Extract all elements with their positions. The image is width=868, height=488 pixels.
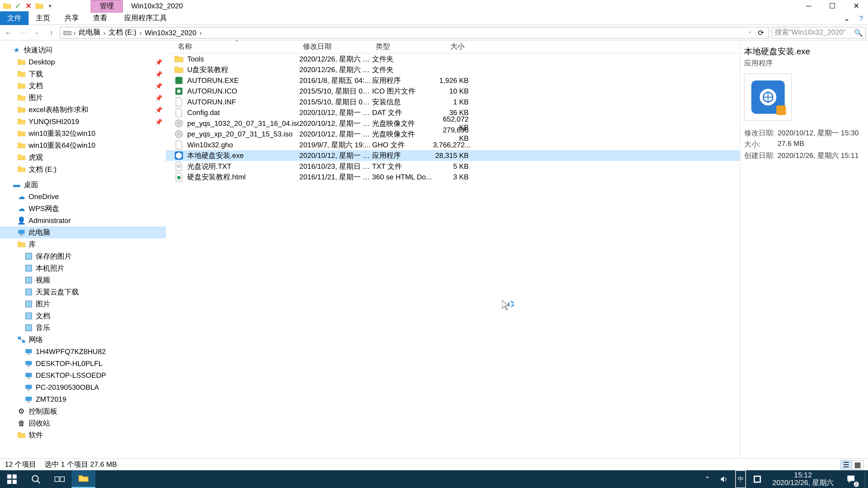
tree-item[interactable]: ☁OneDrive — [0, 191, 166, 203]
refresh-icon[interactable]: ⟳ — [755, 28, 766, 37]
volume-icon[interactable] — [717, 470, 731, 488]
column-size[interactable]: 大小 — [433, 42, 469, 52]
help-icon[interactable]: ? — [854, 14, 868, 22]
tree-quick-item[interactable]: win10重装64位win10 — [0, 139, 166, 151]
chevron-right-icon[interactable]: › — [198, 28, 203, 37]
file-row[interactable]: AUTORUN.EXE2016/1/8, 星期五 04:...应用程序1,926… — [166, 75, 740, 86]
tree-item[interactable]: 库 — [0, 238, 166, 250]
search-icon[interactable]: 🔍 — [854, 28, 863, 37]
chevron-right-icon[interactable]: › — [102, 28, 107, 37]
tree-item[interactable]: ☁WPS网盘 — [0, 203, 166, 215]
breadcrumb[interactable]: › 此电脑 › 文档 (E:) › Win10x32_2020 › ⌄ ⟳ — [60, 26, 769, 38]
show-desktop-button[interactable] — [865, 470, 868, 488]
view-details-button[interactable]: ☰ — [840, 460, 852, 469]
new-folder-icon[interactable] — [35, 1, 44, 11]
addr-dropdown-icon[interactable]: ⌄ — [745, 28, 754, 37]
notification-center-icon[interactable]: 2 — [842, 470, 860, 488]
nav-back-button[interactable]: ← — [2, 26, 14, 38]
tree-quick-item[interactable]: 图片📌 — [0, 92, 166, 104]
tree-library-item[interactable]: 音乐 — [0, 322, 166, 334]
tree-network-item[interactable]: ZMT2019 — [0, 393, 166, 405]
close-red-icon[interactable]: ✕ — [24, 1, 33, 11]
file-row[interactable]: AUTORUN.ICO2015/5/10, 星期日 02...ICO 图片文件1… — [166, 86, 740, 96]
tree-library-item[interactable]: 保存的图片 — [0, 250, 166, 262]
file-row[interactable]: 硬盘安装教程.html2016/11/21, 星期一 2...360 se HT… — [166, 172, 740, 182]
tree-item[interactable]: ⚙控制面板 — [0, 405, 166, 417]
start-button[interactable] — [0, 470, 24, 488]
file-row[interactable]: pe_yqs_xp_20_07_31_15_53.iso2020/10/12, … — [166, 129, 740, 139]
tree-library-item[interactable]: 视频 — [0, 274, 166, 286]
tree-item[interactable]: 软件 — [0, 429, 166, 441]
drive-icon — [63, 28, 72, 37]
tree-item[interactable]: 👤Administrator — [0, 215, 166, 227]
file-row[interactable]: 光盘说明.TXT2016/10/23, 星期日 0...TXT 文件5 KB — [166, 161, 740, 171]
column-name[interactable]: 名称 — [166, 42, 299, 52]
star-icon: ★ — [12, 45, 22, 55]
tree-item[interactable]: 🗑回收站 — [0, 417, 166, 429]
svg-rect-4 — [26, 265, 32, 271]
close-button[interactable]: ✕ — [844, 0, 868, 12]
tree-network-item[interactable]: DESKTOP-LSSOEDP — [0, 369, 166, 382]
taskbar-search-button[interactable] — [24, 470, 48, 488]
column-date[interactable]: 修改日期 — [299, 42, 372, 52]
tree-library-item[interactable]: 本机照片 — [0, 262, 166, 274]
ribbon-tab-home[interactable]: 主页 — [29, 11, 57, 25]
ribbon-tab-share[interactable]: 共享 — [57, 11, 86, 25]
nav-forward-button[interactable]: → — [17, 26, 29, 38]
tree-network-item[interactable]: DESKTOP-HL0PLFL — [0, 358, 166, 369]
statusbar: 12 个项目 选中 1 个项目 27.6 MB ☰ ▦ — [0, 458, 868, 470]
qat-dropdown-icon[interactable]: ▼ — [45, 1, 55, 11]
taskbar-explorer-button[interactable] — [72, 470, 96, 488]
crumb-thispc[interactable]: 此电脑 — [77, 27, 102, 37]
chevron-right-icon[interactable]: › — [138, 28, 143, 37]
crumb-folder[interactable]: Win10x32_2020 — [143, 28, 198, 37]
tree-quick-item[interactable]: 文档 (E:) — [0, 163, 166, 175]
crumb-drive[interactable]: 文档 (E:) — [107, 27, 138, 37]
tray-overflow-icon[interactable]: ⌃ — [702, 470, 713, 488]
contextual-tab-manage[interactable]: 管理 — [91, 0, 123, 12]
tree-quick-item[interactable]: 文档📌 — [0, 80, 166, 92]
task-view-button[interactable] — [48, 470, 72, 488]
tree-quick-item[interactable]: excel表格制作求和📌 — [0, 104, 166, 116]
ribbon-expand-icon[interactable]: ⌄ — [839, 14, 854, 22]
tree-quick-access[interactable]: ★ 快速访问 — [0, 44, 166, 56]
tree-quick-item[interactable]: YUNQISHI2019📌 — [0, 116, 166, 128]
tree-quick-item[interactable]: Desktop📌 — [0, 56, 166, 68]
file-row[interactable]: U盘安装教程2020/12/26, 星期六 1...文件夹 — [166, 64, 740, 75]
minimize-button[interactable]: ─ — [797, 0, 820, 12]
ribbon-tab-apptools[interactable]: 应用程序工具 — [117, 11, 174, 25]
tree-network-item[interactable]: PC-20190530OBLA — [0, 381, 166, 393]
search-input[interactable]: 搜索"Win10x32_2020" 🔍 — [772, 26, 866, 38]
ribbon-tab-file[interactable]: 文件 — [0, 11, 29, 25]
maximize-button[interactable]: ☐ — [820, 0, 844, 12]
file-row[interactable]: Win10x32.gho2019/9/7, 星期六 19:...GHO 文件3,… — [166, 139, 740, 150]
properties-icon[interactable]: ✓ — [13, 1, 23, 11]
pin-icon: 📌 — [155, 59, 162, 65]
ime-indicator[interactable]: 中 — [735, 470, 746, 488]
tree-desktop-root[interactable]: ▬ 桌面 — [0, 179, 166, 191]
taskbar-clock[interactable]: 15:12 2020/12/26, 星期六 — [769, 471, 837, 487]
chevron-right-icon[interactable]: › — [72, 28, 77, 37]
navigation-pane[interactable]: ★ 快速访问 Desktop📌下载📌文档📌图片📌excel表格制作求和📌YUNQ… — [0, 40, 166, 458]
file-row[interactable]: AUTORUN.INF2015/5/10, 星期日 02...安装信息1 KB — [166, 96, 740, 107]
tree-library-item[interactable]: 图片 — [0, 298, 166, 310]
folder-icon — [17, 117, 26, 126]
column-type[interactable]: 类型 — [372, 42, 433, 52]
file-row[interactable]: 本地硬盘安装.exe2020/10/12, 星期一 1...应用程序28,315… — [166, 150, 740, 161]
tree-library-item[interactable]: 天翼云盘下载 — [0, 286, 166, 298]
view-large-button[interactable]: ▦ — [851, 460, 864, 469]
ime-mode-icon[interactable] — [751, 470, 764, 488]
tree-item[interactable]: 此电脑 — [0, 226, 166, 238]
tree-quick-item[interactable]: 下载📌 — [0, 68, 166, 80]
tree-item[interactable]: 网络 — [0, 334, 166, 346]
nav-recent-icon[interactable]: ⌄ — [31, 26, 43, 38]
tree-library-item[interactable]: 文档 — [0, 310, 166, 322]
tree-quick-item[interactable]: 虎观 — [0, 151, 166, 163]
pc-icon — [24, 394, 33, 404]
ribbon-tab-view[interactable]: 查看 — [86, 11, 115, 25]
tree-quick-item[interactable]: win10重装32位win10 — [0, 128, 166, 140]
tree-network-item[interactable]: 1H4WPFQ7KZ8HU82 — [0, 346, 166, 358]
nav-up-button[interactable]: ↑ — [45, 26, 57, 38]
taskbar: ⌃ 中 15:12 2020/12/26, 星期六 2 — [0, 470, 868, 488]
file-row[interactable]: Tools2020/12/26, 星期六 1...文件夹 — [166, 54, 740, 64]
